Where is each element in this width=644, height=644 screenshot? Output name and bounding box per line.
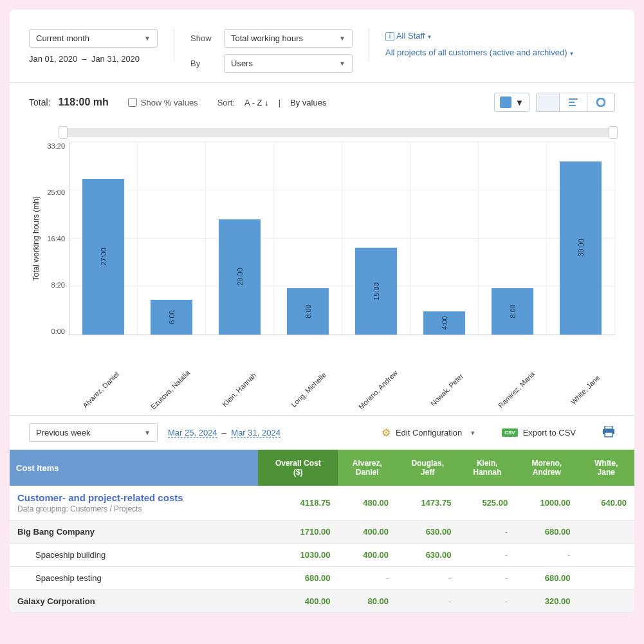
chart-scroll-track[interactable] <box>61 128 615 137</box>
gear-icon: ⚙ <box>382 427 391 439</box>
bar-value-label: 15:00 <box>373 282 380 300</box>
col-header-person[interactable]: Alvarez,Daniel <box>338 450 396 486</box>
bar: 6:00 <box>151 300 192 335</box>
bar-value-label: 4:00 <box>441 316 448 329</box>
table-section-row: Customer- and project-related costsData … <box>10 486 634 520</box>
by-select[interactable]: Users ▼ <box>224 54 353 73</box>
svg-rect-0 <box>569 98 578 100</box>
svg-rect-4 <box>605 426 612 429</box>
bar-value-label: 6:00 <box>168 310 176 324</box>
show-select[interactable]: Total working hours ▼ <box>224 29 353 48</box>
svg-rect-2 <box>569 105 576 106</box>
bar-value-label: 27:00 <box>100 248 107 266</box>
svg-point-3 <box>597 98 605 106</box>
chevron-down-icon: ▼ <box>144 35 151 42</box>
bar-col[interactable]: 8:00 <box>479 142 547 335</box>
info-icon: i <box>385 32 394 41</box>
bar: 27:00 <box>82 179 124 335</box>
separator <box>369 29 369 61</box>
hbar-icon <box>569 98 578 107</box>
bar-col[interactable]: 4:00 <box>410 142 479 335</box>
bar-col[interactable]: 30:00 <box>547 142 615 335</box>
color-picker-button[interactable]: ▼ <box>494 93 529 112</box>
xaxis-labels: Alvarez, DanielEzutova, NataliaKlein, Ha… <box>61 374 615 396</box>
edit-config-button[interactable]: ⚙ Edit Configuration ▼ <box>382 427 475 439</box>
bar: 8:00 <box>287 288 329 335</box>
bar-col[interactable]: 8:00 <box>274 142 342 335</box>
col-header-person[interactable]: Klein,Hannah <box>459 450 515 486</box>
projects-filter[interactable]: All projects of all customers (active an… <box>385 48 574 57</box>
period-value: Current month <box>36 33 89 43</box>
staff-filter[interactable]: i All Staff▼ <box>385 31 574 41</box>
bar-col[interactable]: 6:00 <box>138 142 206 335</box>
bar: 20:00 <box>219 219 261 335</box>
csv-icon: CSV <box>502 428 517 437</box>
table-row[interactable]: Spaceship testing680.00---680.00 <box>10 567 634 590</box>
print-button[interactable] <box>602 426 615 439</box>
checkbox-input[interactable] <box>128 98 137 107</box>
scroll-handle-right[interactable] <box>609 126 618 139</box>
show-label: Show <box>190 33 216 43</box>
print-icon <box>602 426 615 437</box>
chevron-down-icon: ▼ <box>339 60 345 67</box>
chevron-down-icon: ▼ <box>515 98 524 107</box>
table-row[interactable]: Spaceship building1030.00400.00630.00-- <box>10 544 634 567</box>
donut-icon <box>596 98 605 107</box>
chart-view-pie-button[interactable] <box>587 93 614 111</box>
color-swatch <box>500 97 511 108</box>
lower-period-select[interactable]: Previous week ▼ <box>29 423 158 442</box>
col-header-person[interactable]: White,Jane <box>578 450 634 486</box>
svg-rect-6 <box>605 432 612 437</box>
bar-value-label: 8:00 <box>304 304 312 318</box>
separator <box>174 29 174 61</box>
bar-col[interactable]: 20:00 <box>206 142 274 335</box>
bar-value-label: 20:00 <box>236 268 244 286</box>
col-header-main[interactable]: Cost Items <box>10 450 258 486</box>
table-row[interactable]: Galaxy Corporation400.0080.00--320.00 <box>10 590 634 613</box>
show-pct-checkbox[interactable]: Show % values <box>128 98 198 107</box>
by-label: By <box>190 59 216 68</box>
export-csv-button[interactable]: CSV Export to CSV <box>502 428 576 437</box>
col-header-person[interactable]: Douglas,Jeff <box>396 450 459 486</box>
table-row[interactable]: Big Bang Company1710.00400.00630.00-680.… <box>10 520 634 544</box>
caret-down-icon: ▼ <box>569 51 575 57</box>
chart-view-hbar-button[interactable] <box>560 93 587 111</box>
sort-label: Sort: <box>217 98 235 107</box>
bar: 4:00 <box>423 311 465 335</box>
scroll-handle-left[interactable] <box>59 126 68 139</box>
yaxis-label: Total working hours (mh) <box>29 196 43 281</box>
cost-table: Cost ItemsOverall Cost ($)Alvarez,Daniel… <box>10 450 634 613</box>
col-header-person[interactable]: Moreno,Andrew <box>515 450 578 486</box>
caret-down-icon: ▼ <box>427 34 432 40</box>
bar-col[interactable]: 27:00 <box>69 142 138 335</box>
caret-down-icon: ▼ <box>470 430 475 436</box>
bar: 30:00 <box>560 161 602 335</box>
date-range[interactable]: Jan 01, 2020 – Jan 31, 2020 <box>29 53 158 65</box>
bar-value-label: 30:00 <box>577 239 585 257</box>
bar-col[interactable]: 15:00 <box>342 142 410 335</box>
period-select[interactable]: Current month ▼ <box>29 29 158 48</box>
yaxis-ticks: 33:2025:0016:408:200:00 <box>43 142 69 335</box>
total-display: Total: 118:00 mh <box>29 97 109 108</box>
chart-plot: 27:006:0020:008:0015:004:008:0030:00 <box>69 142 615 335</box>
bar: 15:00 <box>355 248 397 335</box>
sort-values[interactable]: By values <box>290 98 326 107</box>
svg-rect-1 <box>569 102 575 103</box>
bar: 8:00 <box>492 288 533 335</box>
chart-view-bar-button[interactable] <box>537 93 560 111</box>
sort-az[interactable]: A - Z ↓ <box>244 98 269 107</box>
chevron-down-icon: ▼ <box>339 35 345 42</box>
chevron-down-icon: ▼ <box>144 429 151 436</box>
lower-date-range[interactable]: Mar 25, 2024 – Mar 31, 2024 <box>168 428 281 437</box>
col-header-overall[interactable]: Overall Cost ($) <box>258 450 338 486</box>
bar-value-label: 8:00 <box>509 304 517 318</box>
